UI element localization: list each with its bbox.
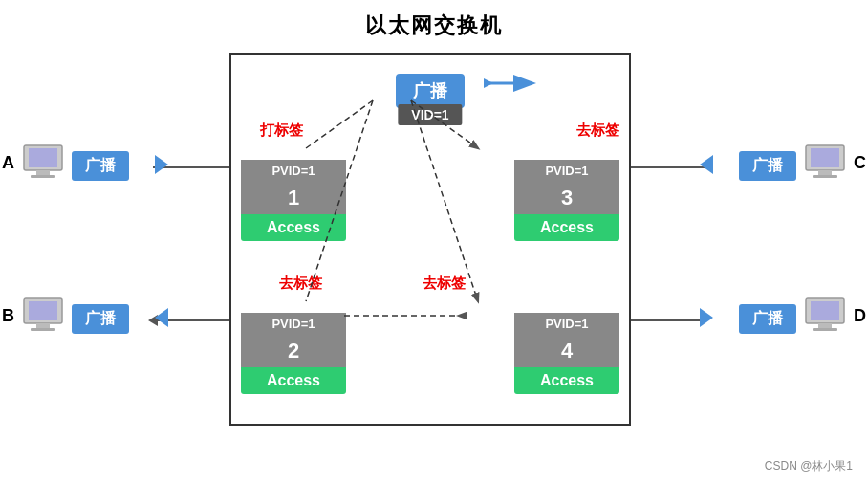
port-4: PVID=1 4 Access <box>514 313 619 394</box>
arrow-head-b <box>155 308 168 327</box>
node-b-area: B <box>19 297 67 339</box>
computer-b-icon <box>19 297 67 335</box>
port-3: PVID=1 3 Access <box>514 160 619 241</box>
arrow-head-d <box>700 308 713 327</box>
port-1: PVID=1 1 Access <box>241 160 346 241</box>
untag-label-3: 去标签 <box>423 275 466 293</box>
svg-rect-14 <box>36 170 50 175</box>
broadcast-arrow-d: 广播 <box>739 304 796 334</box>
node-b-label: B <box>2 306 14 326</box>
watermark: CSDN @林小果1 <box>765 458 853 474</box>
port1-access: Access <box>241 214 346 241</box>
node-c-label: C <box>854 153 866 173</box>
node-c-area: C <box>801 143 849 186</box>
tag-label: 打标签 <box>260 121 303 140</box>
svg-rect-21 <box>29 301 57 320</box>
port4-num: 4 <box>514 335 619 367</box>
port3-access: Access <box>514 214 619 241</box>
node-d-area: D <box>801 297 849 339</box>
port1-num: 1 <box>241 182 346 214</box>
broadcast-box: 广播 <box>396 74 465 108</box>
port3-num: 3 <box>514 182 619 214</box>
port1-pvid: PVID=1 <box>241 160 346 182</box>
svg-rect-13 <box>29 148 57 167</box>
computer-a-icon <box>19 143 67 182</box>
port2-access: Access <box>241 367 346 394</box>
broadcast-arrow-b: 广播 <box>72 304 129 334</box>
port2-pvid: PVID=1 <box>241 313 346 335</box>
switch-box: 广播 VID=1 PVID=1 1 Access PVID=1 3 Access… <box>229 53 631 426</box>
svg-rect-18 <box>818 170 832 175</box>
computer-d-icon <box>801 297 849 335</box>
svg-rect-22 <box>36 323 50 328</box>
broadcast-arrow-c: 广播 <box>739 151 796 181</box>
svg-rect-17 <box>811 148 839 167</box>
untag-label-1: 去标签 <box>576 121 619 140</box>
svg-rect-26 <box>818 323 832 328</box>
port3-pvid: PVID=1 <box>514 160 619 182</box>
port-2: PVID=1 2 Access <box>241 313 346 394</box>
untag-label-2: 去标签 <box>279 275 322 293</box>
svg-rect-25 <box>811 301 839 320</box>
svg-rect-19 <box>813 175 837 178</box>
arrow-head-a <box>155 155 168 174</box>
port2-num: 2 <box>241 335 346 367</box>
node-a-area: A <box>19 143 67 185</box>
svg-rect-15 <box>31 175 55 178</box>
svg-rect-23 <box>31 328 55 331</box>
page-title: 以太网交换机 <box>0 0 868 40</box>
port4-pvid: PVID=1 <box>514 313 619 335</box>
node-a-label: A <box>2 153 14 173</box>
vid-box: VID=1 <box>398 104 462 125</box>
svg-rect-27 <box>813 328 837 331</box>
port4-access: Access <box>514 367 619 394</box>
computer-c-icon <box>801 143 849 182</box>
broadcast-arrow-a: 广播 <box>72 151 129 181</box>
arrow-head-c <box>700 155 713 174</box>
node-d-label: D <box>854 306 866 326</box>
